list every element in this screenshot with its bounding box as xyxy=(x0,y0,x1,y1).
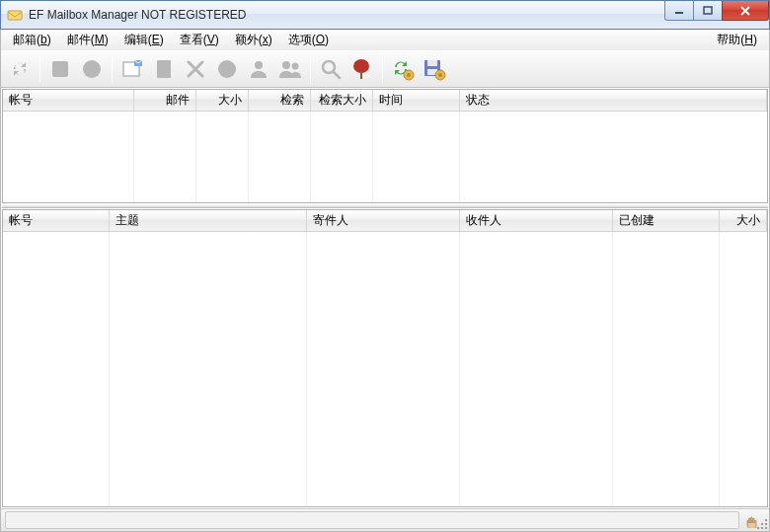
new-mail-icon xyxy=(120,57,144,81)
mark-read-button[interactable] xyxy=(212,54,242,84)
col-retrieve-size[interactable]: 检索大小 xyxy=(311,90,373,111)
accounts-column-headers: 帐号 邮件 大小 检索 检索大小 时间 状态 xyxy=(3,90,767,112)
maximize-button[interactable] xyxy=(693,1,723,21)
new-mail-button[interactable] xyxy=(117,54,147,84)
toolbar xyxy=(0,50,770,88)
svg-rect-19 xyxy=(427,69,437,75)
stop-circle-icon xyxy=(80,57,104,81)
stop-square-button[interactable] xyxy=(45,54,75,84)
svg-rect-2 xyxy=(704,7,712,14)
accounts-pane: 帐号 邮件 大小 检索 检索大小 时间 状态 xyxy=(2,89,768,203)
delete-x-icon xyxy=(184,57,207,81)
minimize-button[interactable] xyxy=(664,1,694,21)
flag-button[interactable] xyxy=(347,54,377,84)
close-button[interactable] xyxy=(722,1,769,21)
svg-rect-0 xyxy=(8,11,22,20)
col-subject[interactable]: 主题 xyxy=(110,210,307,231)
menu-options[interactable]: 选项(O) xyxy=(280,30,337,50)
users-icon xyxy=(277,57,303,81)
svg-rect-5 xyxy=(123,62,139,76)
svg-rect-6 xyxy=(134,60,142,66)
sync-settings-button[interactable] xyxy=(388,54,418,84)
resize-grip[interactable] xyxy=(755,517,767,529)
user-icon xyxy=(247,57,270,81)
toolbar-separator xyxy=(382,55,383,83)
svg-point-10 xyxy=(282,61,290,69)
window-title: EF Mailbox Manager NOT REGISTERED xyxy=(29,8,247,22)
app-icon xyxy=(7,7,23,23)
svg-point-20 xyxy=(435,70,445,80)
messages-grid-body[interactable] xyxy=(3,232,767,506)
menubar: 邮箱(b) 邮件(M) 编辑(E) 查看(V) 额外(x) 选项(O) 帮助(H… xyxy=(0,30,770,50)
messages-pane: 帐号 主题 寄件人 收件人 已创建 大小 xyxy=(2,209,768,507)
svg-point-13 xyxy=(353,59,369,73)
svg-rect-14 xyxy=(360,71,362,79)
col-account[interactable]: 帐号 xyxy=(3,90,134,111)
col-msg-account[interactable]: 帐号 xyxy=(3,210,110,231)
toolbar-separator xyxy=(112,55,113,83)
menu-mail[interactable]: 邮件(M) xyxy=(59,30,116,50)
svg-point-16 xyxy=(407,73,411,77)
col-created[interactable]: 已创建 xyxy=(613,210,720,231)
svg-point-8 xyxy=(218,60,236,78)
status-text-well xyxy=(5,511,739,529)
svg-rect-7 xyxy=(157,60,171,78)
svg-point-4 xyxy=(83,60,101,78)
users-button[interactable] xyxy=(275,54,305,84)
search-icon xyxy=(319,57,343,81)
svg-rect-17 xyxy=(424,60,440,76)
sync-settings-icon xyxy=(390,57,416,81)
search-button[interactable] xyxy=(316,54,346,84)
menu-view[interactable]: 查看(V) xyxy=(172,30,227,50)
col-msg-size[interactable]: 大小 xyxy=(720,210,767,231)
menu-extra[interactable]: 额外(x) xyxy=(227,30,280,50)
refresh-icon xyxy=(8,57,32,81)
svg-point-21 xyxy=(438,73,442,77)
accounts-grid-body[interactable] xyxy=(3,112,767,202)
stop-circle-button[interactable] xyxy=(77,54,107,84)
col-sender[interactable]: 寄件人 xyxy=(307,210,460,231)
page-button[interactable] xyxy=(149,54,179,84)
save-settings-icon xyxy=(422,57,447,81)
mark-read-icon xyxy=(215,57,239,81)
col-status[interactable]: 状态 xyxy=(460,90,767,111)
svg-rect-1 xyxy=(675,12,683,14)
svg-rect-18 xyxy=(427,60,437,66)
svg-point-15 xyxy=(404,70,414,80)
menu-edit[interactable]: 编辑(E) xyxy=(116,30,172,50)
page-icon xyxy=(152,57,176,81)
svg-rect-3 xyxy=(52,61,68,77)
menu-help[interactable]: 帮助(H) xyxy=(709,30,765,50)
toolbar-separator xyxy=(310,55,311,83)
refresh-button[interactable] xyxy=(5,54,35,84)
save-settings-button[interactable] xyxy=(420,54,449,84)
toolbar-separator xyxy=(39,55,40,83)
col-recipient[interactable]: 收件人 xyxy=(460,210,613,231)
delete-button[interactable] xyxy=(181,54,210,84)
col-size[interactable]: 大小 xyxy=(196,90,249,111)
messages-column-headers: 帐号 主题 寄件人 收件人 已创建 大小 xyxy=(3,210,767,232)
col-mail[interactable]: 邮件 xyxy=(134,90,196,111)
flag-icon xyxy=(350,57,374,81)
svg-point-9 xyxy=(255,61,263,69)
col-time[interactable]: 时间 xyxy=(373,90,460,111)
statusbar xyxy=(0,508,770,532)
horizontal-splitter[interactable] xyxy=(2,204,768,208)
workarea: 帐号 邮件 大小 检索 检索大小 时间 状态 帐号 主题 寄件人 收件人 已创建… xyxy=(0,88,770,508)
user-button[interactable] xyxy=(244,54,273,84)
stop-square-icon xyxy=(48,57,72,81)
svg-point-11 xyxy=(292,62,299,69)
svg-point-12 xyxy=(323,61,335,73)
window-titlebar: EF Mailbox Manager NOT REGISTERED xyxy=(0,0,770,30)
col-retrieve[interactable]: 检索 xyxy=(249,90,311,111)
window-controls xyxy=(664,1,769,21)
menu-mailbox[interactable]: 邮箱(b) xyxy=(5,30,59,50)
